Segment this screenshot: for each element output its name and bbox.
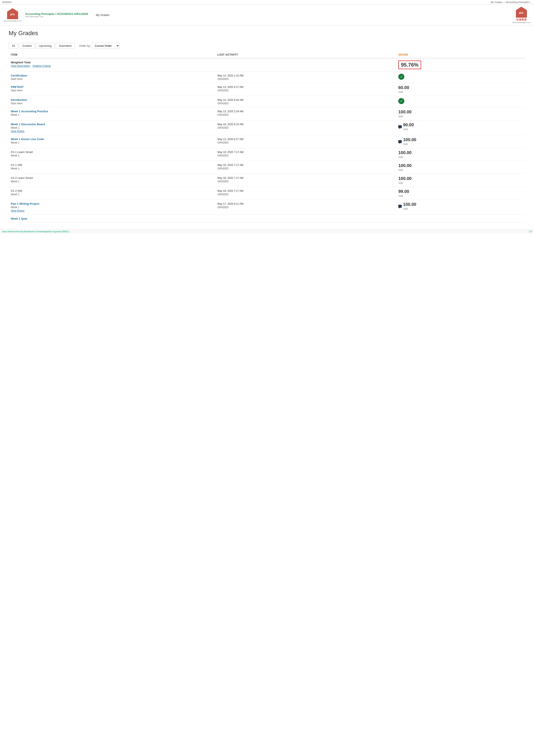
grade-value: 60.00 — [398, 85, 409, 90]
activity-text: May 18, 2020 7:17 AM — [217, 150, 243, 154]
left-logo-site: www.topwangke.com — [3, 20, 22, 22]
view-rubric-link[interactable]: View Rubric — [11, 209, 25, 212]
item-cell: Certification Start Here — [9, 71, 216, 83]
col-grade: GRADE — [396, 51, 525, 58]
filter-submitted-btn[interactable]: Submitted — [56, 43, 75, 49]
browser-url-top: My Grades — Accounting Principles I... — [491, 1, 532, 3]
grade-cell: ✓ — [396, 96, 525, 107]
weighted-total-grade: 95.76% — [398, 61, 421, 69]
activity-status: GRADED — [217, 113, 229, 116]
table-row: Week 1 Quiz — [9, 215, 525, 223]
table-row: Ch 2 HW Week 1 May 18, 2020 7:17 AM GRAD… — [9, 187, 525, 200]
activity-status: GRADED — [217, 102, 229, 105]
table-row: Introduction Start Here May 14, 2020 6:4… — [9, 96, 525, 107]
item-name: Weighted Total — [11, 61, 31, 64]
item-sub: Start Here — [11, 102, 23, 105]
activity-status: GRADED — [217, 78, 229, 81]
order-by-select[interactable]: Course Order Due Date Grade — [91, 43, 119, 49]
comment-icon — [398, 140, 402, 143]
table-row: Week 1 Accounting Practice Week 1 May 13… — [9, 107, 525, 120]
filter-upcoming-btn[interactable]: Upcoming — [36, 43, 55, 49]
item-name-link[interactable]: Introduction — [11, 98, 27, 101]
activity-text: May 14, 2020 6:44 AM — [217, 98, 243, 101]
activity-status: GRADED — [217, 167, 229, 170]
table-row: Part 1 Writing Project Week 1 View Rubri… — [9, 200, 525, 215]
grade-cell: 100.00 /100 — [396, 135, 525, 148]
grade-cell: 100.00 /100 — [396, 107, 525, 120]
item-sub: Week 1 — [11, 167, 19, 170]
item-sub: Week 1 — [11, 154, 19, 157]
activity-cell: May 14, 2020 1:10 AM GRADED — [216, 71, 396, 83]
table-row: Certification Start Here May 14, 2020 1:… — [9, 71, 525, 83]
grade-value: 99.00 — [398, 189, 409, 194]
filter-bar: All Graded Upcoming Submitted Order by: … — [9, 41, 525, 51]
item-sub: Week 1 — [11, 113, 19, 116]
activity-status: GRADED — [217, 206, 229, 209]
item-name-link[interactable]: Week 1 Keiser Live Code — [11, 138, 44, 141]
grades-table: ITEM LAST ACTIVITY GRADE Weighted Total … — [9, 51, 525, 223]
table-row: Week 1 Discussion Board Week 1 View Rubr… — [9, 120, 525, 135]
grade-value: 100.00 — [398, 176, 411, 181]
activity-text: May 13, 2020 2:24 AM — [217, 110, 243, 113]
right-logo-icon: βPA — [516, 6, 527, 18]
table-row: Ch 1 Learn Smart Week 1 May 18, 2020 7:1… — [9, 148, 525, 161]
activity-text: May 13, 2020 4:27 AM — [217, 86, 243, 89]
view-rubric-link[interactable]: View Rubric — [11, 130, 25, 133]
activity-cell: May 18, 2020 7:17 AM GRADED — [216, 174, 396, 187]
grade-with-icon: 100.00 /100 — [398, 202, 523, 210]
grade-outof: /100 — [403, 143, 408, 146]
item-name-link[interactable]: Week 1 Accounting Practice — [11, 110, 48, 113]
grade-outof: /100 — [398, 156, 403, 158]
course-link[interactable]: Accounting Principles I ACG1001G1-105112… — [25, 12, 88, 15]
grade-cell: 95.76% — [396, 58, 525, 71]
item-sub: Week 1 — [11, 193, 19, 196]
item-sub: Week 1 — [11, 180, 19, 183]
view-description-link[interactable]: View Description — [11, 65, 30, 68]
activity-cell: May 17, 2020 6:11 PM GRADED — [216, 200, 396, 215]
activity-text: May 17, 2020 6:11 PM — [217, 202, 243, 205]
item-cell: Ch 2 HW Week 1 — [9, 187, 216, 200]
activity-text: May 18, 2020 7:17 AM — [217, 164, 243, 167]
grade-outof: /100 — [398, 182, 403, 184]
item-name-link[interactable]: Part 1 Writing Project — [11, 202, 39, 205]
grade-value: 100.00 — [403, 137, 416, 142]
my-grades-nav-link[interactable]: My Grades — [91, 14, 114, 16]
item-name: Ch 2 HW — [11, 189, 22, 192]
browser-date: 2020/6/9 — [2, 1, 12, 3]
item-sub: Start Here — [11, 78, 23, 81]
grade-value: 100.00 — [398, 163, 411, 168]
item-name-link[interactable]: Week 1 Quiz — [11, 217, 27, 220]
grade-outof: /100 — [403, 128, 408, 131]
grade-cell: 99.00 /100 — [396, 187, 525, 200]
filter-graded-btn[interactable]: Graded — [19, 43, 35, 49]
table-row: Weighted Total View Description Grading … — [9, 58, 525, 71]
footer-url: https://keiseruniversity.blackboard.com/… — [2, 230, 71, 233]
activity-text: May 14, 2020 1:10 AM — [217, 74, 243, 77]
activity-status: GRADED — [217, 180, 229, 183]
activity-cell: May 18, 2020 7:17 AM GRADED — [216, 187, 396, 200]
item-sub: Week 1 — [11, 126, 19, 129]
right-logo-text: 托谱网课 — [516, 18, 527, 21]
grade-cell: 100.00 /100 — [396, 148, 525, 161]
comment-icon — [398, 125, 402, 128]
grade-value: 100.00 — [398, 150, 411, 155]
grading-criteria-link[interactable]: Grading Criteria — [33, 65, 51, 68]
grade-cell: 100.00 /100 — [396, 200, 525, 215]
item-sub: Week 1 — [11, 206, 19, 209]
grade-cell: 100.00 /100 — [396, 161, 525, 174]
activity-status: GRADED — [217, 89, 229, 92]
activity-cell: May 18, 2020 7:17 AM GRADED — [216, 161, 396, 174]
course-breadcrumb: Accounting Principles I ACG1001G1-105112… — [25, 12, 88, 18]
item-name-link[interactable]: PRETEST — [11, 85, 24, 89]
col-item: ITEM — [9, 51, 216, 58]
filter-all-btn[interactable]: All — [9, 43, 18, 49]
logo-site-text: www.topwangke.com — [25, 15, 88, 18]
footer-url-bar: https://keiseruniversity.blackboard.com/… — [0, 229, 534, 234]
item-cell: Introduction Start Here — [9, 96, 216, 107]
grade-cell: 60.00 /100 — [396, 83, 525, 96]
item-name-link[interactable]: Week 1 Discussion Board — [11, 122, 45, 126]
activity-text: May 18, 2020 7:17 AM — [217, 176, 243, 179]
item-name-link[interactable]: Certification — [11, 74, 27, 77]
item-name: Ch 1 Learn Smart — [11, 150, 33, 154]
grades-container: All Graded Upcoming Submitted Order by: … — [0, 39, 534, 229]
